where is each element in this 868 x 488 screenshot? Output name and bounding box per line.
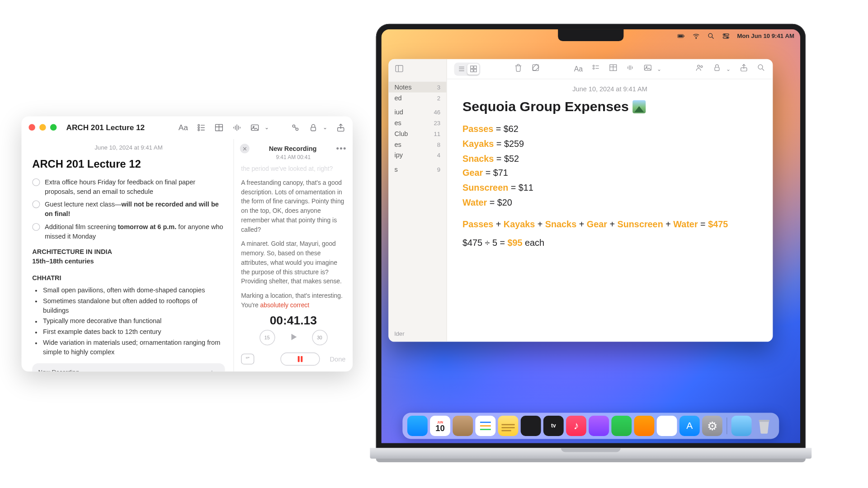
checklist-item[interactable]: Guest lecture next class—will not be rec… (32, 200, 225, 219)
media-icon[interactable] (250, 122, 259, 132)
dock-trash-icon[interactable] (754, 416, 774, 436)
sidebar-folder-row[interactable]: es8 (388, 139, 446, 150)
dock-contacts-icon[interactable] (453, 416, 473, 436)
lock-icon[interactable] (712, 63, 722, 75)
menubar-clock[interactable]: Mon Jun 10 9:41 AM (737, 33, 794, 39)
text-style-icon[interactable]: Aa (179, 122, 188, 132)
gallery-view-icon[interactable] (467, 64, 479, 75)
transcript-highlight: absolutely correct (260, 301, 309, 308)
expense-line: Snacks = $52 (462, 151, 757, 166)
chevron-down-icon[interactable]: ⌄ (323, 124, 328, 130)
desktop[interactable]: Mon Jun 10 9:41 AM Notes3ed2iud46es23Clu… (381, 29, 800, 443)
new-folder-button[interactable]: lder (388, 326, 446, 342)
checklist-item[interactable]: Extra office hours Friday for feedback o… (32, 178, 225, 197)
minimize-window-button[interactable] (39, 124, 46, 131)
sidebar-folder-row[interactable]: s9 (388, 164, 446, 175)
close-panel-button[interactable]: ✕ (240, 144, 250, 153)
dock-reminders-icon[interactable] (475, 416, 495, 436)
note-toolbar: Aa ⌄ ⌄ (179, 122, 346, 132)
sidebar-folder-row[interactable]: ipy4 (388, 150, 446, 160)
play-button[interactable] (288, 332, 299, 343)
skip-forward-button[interactable]: 30 (312, 330, 327, 345)
bullet-item: Sometimes standalone but often added to … (43, 296, 225, 315)
search-icon[interactable] (757, 63, 766, 75)
transcript-toggle-button[interactable]: “” (241, 354, 254, 365)
bullet-item: First example dates back to 12th century (43, 327, 225, 337)
dock-notes-icon[interactable] (498, 416, 519, 436)
sidebar-folder-row[interactable] (388, 160, 446, 164)
lock-icon[interactable] (308, 122, 318, 132)
svg-rect-41 (470, 66, 473, 69)
notes-app-window: Notes3ed2iud46es23Club11es8ipy4s9 lder (388, 59, 773, 342)
sidebar-toggle-icon[interactable] (395, 64, 404, 75)
skip-back-button[interactable]: 15 (259, 330, 275, 345)
more-options-button[interactable]: ••• (336, 144, 347, 153)
share-icon[interactable] (739, 63, 748, 75)
menubar[interactable]: Mon Jun 10 9:41 AM (671, 29, 800, 42)
battery-icon[interactable] (678, 32, 685, 40)
folder-count: 4 (437, 152, 440, 159)
checkbox-circle[interactable] (32, 178, 40, 186)
collaborate-icon[interactable] (695, 63, 704, 75)
link-icon[interactable] (291, 122, 300, 132)
note-content-pane[interactable]: June 10, 2024 at 9:41 AM ARCH 201 Lectur… (22, 139, 234, 372)
svg-rect-71 (759, 420, 769, 422)
checkbox-circle[interactable] (32, 201, 40, 208)
audio-waveform-icon[interactable] (232, 122, 241, 132)
dock-numbers-icon[interactable] (611, 416, 632, 436)
close-window-button[interactable] (28, 124, 35, 131)
svg-line-64 (762, 69, 764, 70)
dock-podcasts-icon[interactable] (589, 416, 609, 436)
trash-icon[interactable] (514, 63, 523, 75)
dock-calendar-icon[interactable]: JUN10 (430, 416, 450, 436)
done-button[interactable]: Done (330, 356, 346, 363)
checklist-icon[interactable] (196, 122, 206, 132)
sidebar-folder-row[interactable]: Club11 (388, 128, 446, 139)
checkbox-circle[interactable] (32, 223, 40, 231)
table-icon[interactable] (214, 122, 224, 132)
text-style-icon[interactable]: Aa (574, 65, 583, 73)
note-document[interactable]: June 10, 2024 at 9:41 AM Sequoia Group E… (447, 80, 773, 342)
dock-downloads-icon[interactable] (731, 416, 752, 436)
folder-count: 23 (434, 120, 440, 127)
pause-record-button[interactable] (280, 352, 320, 366)
compose-icon[interactable] (531, 63, 540, 75)
dock-settings-icon[interactable]: ⚙︎ (702, 416, 722, 436)
list-view-icon[interactable] (455, 64, 467, 75)
media-icon[interactable] (643, 63, 652, 75)
sidebar-folder-row[interactable]: Notes3 (388, 82, 446, 93)
bullet-list: Small open pavilions, often with dome-sh… (32, 286, 225, 357)
dock-pages-icon[interactable] (634, 416, 655, 436)
sidebar-folder-row[interactable]: iud46 (388, 107, 446, 117)
dock-stocks-icon[interactable] (521, 416, 541, 436)
notes-toolbar: Aa ⌄ ⌄ (447, 59, 773, 80)
sidebar-folder-row[interactable] (388, 103, 446, 107)
dock-phone-icon[interactable] (657, 416, 677, 436)
sidebar-folder-row[interactable]: ed2 (388, 93, 446, 103)
recording-attachment-chip[interactable]: New Recording 00:41 (32, 363, 225, 371)
share-icon[interactable] (336, 122, 345, 132)
table-icon[interactable] (609, 63, 618, 75)
checklist-item[interactable]: Additional film screening tomorrow at 6 … (32, 223, 225, 242)
recording-timer: 00:41.13 (234, 311, 353, 328)
view-mode-segmented[interactable] (454, 62, 481, 75)
checklist-icon[interactable] (591, 63, 600, 75)
transcript-text[interactable]: the period we've looked at, right? A fre… (234, 164, 353, 311)
svg-line-18 (295, 127, 297, 128)
sidebar-folder-row[interactable]: es23 (388, 117, 446, 128)
window-titlebar[interactable]: ARCH 201 Lecture 12 Aa ⌄ ⌄ (22, 116, 353, 139)
expense-line: Water = $20 (462, 196, 757, 211)
waveform-icon (206, 370, 219, 371)
control-center-icon[interactable] (722, 32, 730, 40)
dock-appstore-icon[interactable]: A (679, 416, 700, 436)
dock[interactable]: JUN10tv♪A⚙︎ (402, 413, 779, 439)
wifi-icon[interactable] (693, 32, 700, 40)
audio-waveform-icon[interactable] (626, 63, 635, 75)
dock-tv-icon[interactable]: tv (543, 416, 564, 436)
notes-sidebar[interactable]: Notes3ed2iud46es23Club11es8ipy4s9 lder (388, 59, 447, 342)
dock-finder-icon[interactable] (407, 416, 428, 436)
dock-music-icon[interactable]: ♪ (566, 416, 586, 436)
chevron-down-icon[interactable]: ⌄ (264, 124, 269, 130)
spotlight-icon[interactable] (708, 32, 715, 40)
zoom-window-button[interactable] (50, 124, 57, 131)
